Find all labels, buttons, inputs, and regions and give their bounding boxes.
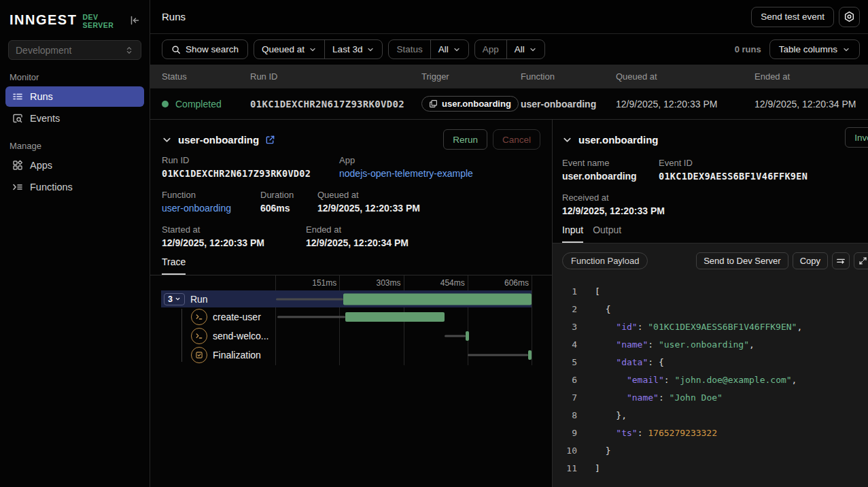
payload-code[interactable]: 1[ 2 { 3 "id": "01KC1DEX9AESS6BF1V46FFK9…: [562, 283, 858, 477]
trace-row-label: send-welco...: [213, 331, 268, 341]
ended-at-value: 12/9/2025, 12:20:34 PM: [743, 99, 868, 110]
collapse-run-panel-icon[interactable]: [162, 135, 172, 145]
functions-icon: [12, 182, 23, 192]
trace-row-label: create-user: [213, 312, 261, 322]
settings-button[interactable]: [839, 7, 860, 27]
tick-label: 151ms: [275, 278, 339, 288]
trace-timeline-ticks: 151ms 303ms 454ms 606ms: [275, 275, 532, 290]
status-filter-dropdown[interactable]: All: [430, 40, 468, 58]
duration-label: Duration: [260, 190, 317, 200]
environment-select-value: Development: [16, 45, 72, 56]
sidebar-item-events[interactable]: Events: [5, 108, 144, 129]
table-row[interactable]: Completed 01KC1DEXCHR2N617Z93RK0VD02 use…: [150, 88, 868, 119]
received-at-label: Received at: [562, 192, 858, 203]
apps-icon: [12, 160, 23, 171]
sidebar-item-label: Apps: [30, 160, 52, 171]
step-terminal-icon: [191, 309, 207, 325]
time-range-dropdown[interactable]: Last 3d: [324, 40, 382, 58]
invoke-button[interactable]: Invoke: [845, 127, 868, 148]
column-header-queued-at: Queued at: [604, 71, 743, 82]
show-search-button[interactable]: Show search: [162, 39, 248, 59]
tick-label: 303ms: [339, 278, 403, 288]
app-filter-dropdown[interactable]: All: [506, 40, 544, 58]
event-name-value: user.onboarding: [562, 171, 659, 182]
sidebar: INNGEST DEV SERVER Development Monitor R…: [0, 0, 150, 487]
external-link-icon[interactable]: [265, 135, 275, 145]
trace-track-finalization: [275, 346, 532, 365]
code-line: 2 {: [562, 301, 858, 318]
event-id-value: 01KC1DEX9AESS6BF1V46FFK9EN: [659, 171, 858, 182]
sidebar-item-runs[interactable]: Runs: [5, 86, 144, 107]
sidebar-item-label: Runs: [30, 91, 53, 102]
table-columns-button[interactable]: Table columns: [769, 39, 860, 59]
app-filter-group: App All: [474, 39, 545, 59]
chevron-down-icon: [842, 46, 850, 54]
app-link[interactable]: nodejs-open-telemetry-example: [339, 168, 540, 179]
tab-trace[interactable]: Trace: [162, 256, 186, 275]
event-panel-title: user.onboarding: [578, 134, 659, 146]
event-id-field: Event ID 01KC1DEX9AESS6BF1V46FFK9EN: [659, 158, 858, 182]
queued-at-value: 12/9/2025, 12:20:33 PM: [604, 99, 743, 110]
send-to-dev-server-button[interactable]: Send to Dev Server: [696, 252, 788, 269]
code-line: 11]: [562, 460, 858, 477]
run-tabs: Trace: [150, 256, 552, 275]
code-line: 7 "name": "John Doe": [562, 389, 858, 407]
time-field-dropdown[interactable]: Queued at: [254, 40, 324, 58]
time-range-value: Last 3d: [332, 44, 362, 54]
sidebar-item-label: Functions: [30, 182, 73, 192]
sidebar-item-apps[interactable]: Apps: [5, 155, 144, 175]
trace-track-send-welcome: [275, 326, 532, 346]
copy-button[interactable]: Copy: [793, 252, 828, 269]
tab-input[interactable]: Input: [562, 224, 583, 243]
trace-track-create-user: [275, 307, 532, 326]
event-name-label: Event name: [562, 158, 659, 168]
step-terminal-icon: [191, 328, 207, 344]
collapse-sidebar-icon[interactable]: [129, 15, 140, 26]
run-expander-count: 3: [168, 295, 173, 304]
sidebar-item-label: Events: [30, 113, 60, 124]
expand-payload-button[interactable]: [854, 252, 868, 269]
run-panel-title: user-onboarding: [178, 134, 259, 146]
run-expander-button[interactable]: 3: [164, 293, 185, 305]
trace-row-create-user[interactable]: create-user: [161, 307, 532, 326]
trace-row-run[interactable]: 3 Run: [161, 290, 532, 307]
collapse-event-panel-icon[interactable]: [562, 135, 572, 145]
step-check-icon: [191, 347, 207, 363]
search-icon: [171, 45, 181, 54]
sidebar-item-functions[interactable]: Functions: [5, 177, 144, 197]
cancel-button[interactable]: Cancel: [493, 129, 540, 150]
function-link[interactable]: user-onboarding: [162, 203, 260, 214]
environment-select[interactable]: Development: [8, 40, 141, 60]
column-header-run-id: Run ID: [239, 71, 410, 82]
duration-value: 606ms: [260, 203, 317, 214]
table-columns-label: Table columns: [779, 44, 837, 54]
expand-icon: [858, 256, 867, 265]
gear-icon: [844, 11, 855, 22]
ended-at-detail-value: 12/9/2025, 12:20:34 PM: [306, 237, 540, 248]
trace-row-send-welcome[interactable]: send-welco...: [161, 326, 532, 346]
chevron-down-icon: [453, 46, 461, 54]
trace-row-label: Finalization: [213, 350, 261, 360]
rerun-button[interactable]: Rerun: [443, 129, 487, 150]
cancel-label: Cancel: [502, 135, 531, 145]
code-line: 9 "ts": 1765279233322: [562, 424, 858, 442]
tab-output[interactable]: Output: [593, 224, 621, 243]
invoke-label: Invoke: [854, 133, 868, 143]
select-updown-icon: [124, 46, 134, 55]
send-test-event-button[interactable]: Send test event: [751, 7, 834, 27]
started-at-label: Started at: [162, 224, 306, 235]
status-filter-label: Status: [389, 40, 430, 58]
trigger-badge[interactable]: user.onboarding: [421, 96, 519, 112]
tick-label: 454ms: [404, 278, 468, 288]
trace-row-finalization[interactable]: Finalization: [161, 346, 532, 365]
runs-icon: [12, 91, 23, 102]
sidebar-section-monitor: Monitor: [10, 72, 150, 82]
trace-waterfall: 151ms 303ms 454ms 606ms 3: [150, 275, 552, 365]
payload-type-pill[interactable]: Function Payload: [562, 252, 648, 269]
word-wrap-icon: [836, 256, 846, 266]
queued-at-field: Queued at 12/9/2025, 12:20:33 PM: [317, 190, 540, 214]
column-header-ended-at: Ended at: [743, 71, 868, 82]
run-detail-panel: user-onboarding Rerun Cancel Run ID 01KC…: [150, 120, 553, 487]
word-wrap-button[interactable]: [832, 252, 850, 269]
column-header-status: Status: [150, 71, 239, 82]
